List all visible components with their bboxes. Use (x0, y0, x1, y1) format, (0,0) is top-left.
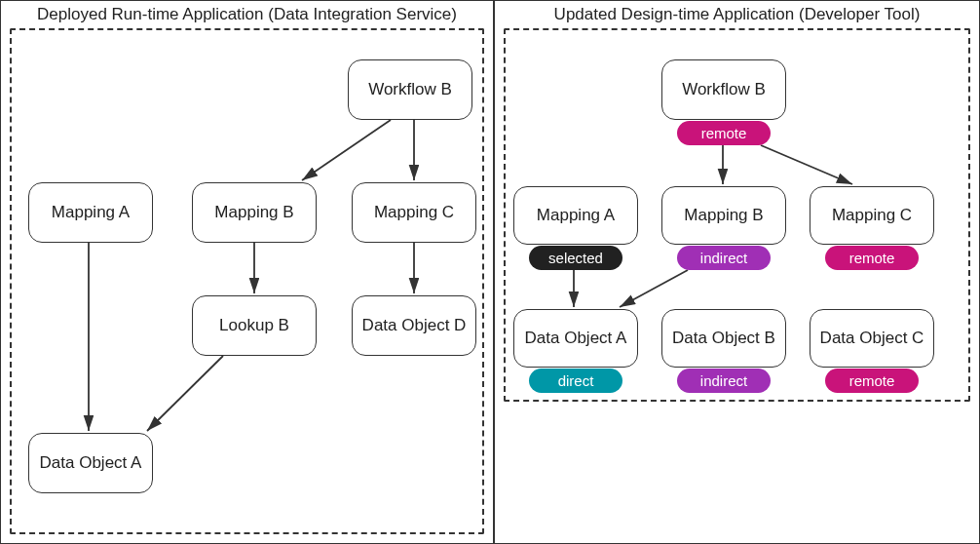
node-mapping-c: Mapping C (352, 182, 476, 243)
node-mapping-b: Mapping B (192, 182, 317, 243)
node-lookup-b: Lookup B (192, 295, 317, 356)
badge-mapping-b-indirect: indirect (677, 246, 771, 270)
badge-workflow-b-remote: remote (677, 121, 771, 145)
svg-line-5 (147, 356, 223, 431)
svg-line-9 (620, 270, 688, 307)
badge-data-object-c-remote: remote (825, 369, 919, 393)
node-mapping-a: Mapping A (28, 182, 153, 243)
node-data-object-b: Data Object B (661, 309, 786, 368)
node-mapping-a: Mapping A (513, 186, 638, 245)
node-data-object-d: Data Object D (352, 295, 476, 356)
panel-deployed-runtime: Deployed Run-time Application (Data Inte… (0, 0, 494, 544)
panel-updated-designtime: Updated Design-time Application (Develop… (494, 0, 980, 544)
node-mapping-c: Mapping C (810, 186, 934, 245)
badge-data-object-b-indirect: indirect (677, 369, 771, 393)
node-workflow-b: Workflow B (348, 59, 472, 120)
node-mapping-b: Mapping B (661, 186, 786, 245)
badge-data-object-a-direct: direct (529, 369, 622, 393)
node-data-object-a: Data Object A (513, 309, 638, 368)
badge-mapping-c-remote: remote (825, 246, 919, 270)
node-data-object-a: Data Object A (28, 433, 153, 493)
badge-mapping-a-selected: selected (529, 246, 622, 270)
svg-line-7 (761, 145, 852, 184)
node-data-object-c: Data Object C (810, 309, 934, 368)
diagram-root: Deployed Run-time Application (Data Inte… (0, 0, 980, 544)
svg-line-0 (302, 120, 391, 180)
node-workflow-b: Workflow B (661, 59, 786, 120)
